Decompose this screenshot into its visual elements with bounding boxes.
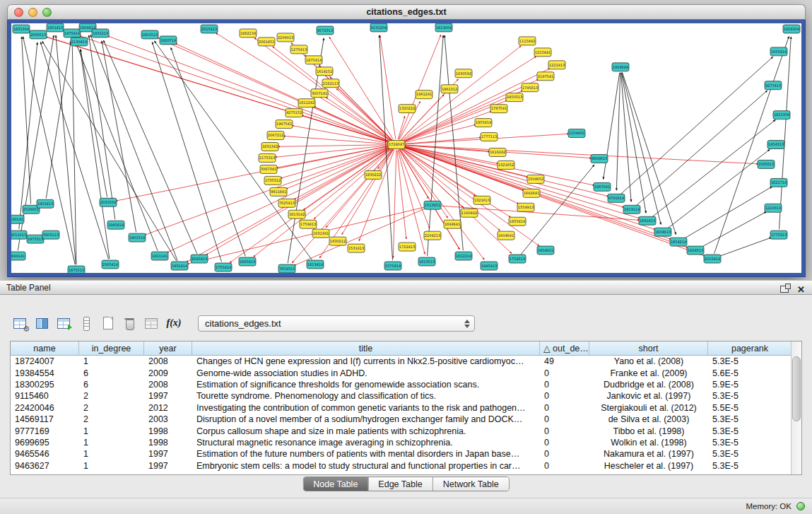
graph-node[interactable]: 9277413 — [765, 81, 782, 90]
graph-node[interactable]: 1913114 — [623, 205, 640, 214]
graph-node[interactable]: 1801513 — [141, 30, 158, 39]
window-titlebar[interactable]: citations_edges.txt — [7, 4, 806, 20]
graph-node[interactable]: 1830212 — [329, 237, 346, 245]
graph-node[interactable]: 2015413 — [201, 25, 218, 33]
graph-node[interactable]: 1895413 — [239, 257, 256, 266]
graph-node[interactable]: 1613513 — [418, 257, 435, 266]
graph-node[interactable]: 1813142 — [288, 210, 305, 218]
graph-node[interactable]: 1967541 — [276, 120, 293, 129]
graph-node[interactable]: 1920714 — [160, 36, 177, 45]
graph-node[interactable]: 1777113 — [481, 133, 498, 141]
graph-node[interactable]: 1210013 — [765, 204, 782, 212]
graph-node[interactable]: 1321652 — [498, 160, 514, 169]
row-height-icon[interactable] — [76, 314, 95, 332]
graph-node[interactable]: 1754513 — [509, 255, 526, 263]
graph-node[interactable]: 1504652 — [527, 175, 544, 183]
graph-node[interactable]: 1831304 — [13, 25, 30, 33]
graph-node[interactable]: 1759413 — [300, 220, 317, 228]
show-columns-icon[interactable] — [32, 314, 52, 332]
graph-node[interactable]: 1221913 — [548, 61, 565, 69]
graph-node[interactable]: 1830222 — [365, 170, 382, 179]
column-header-0[interactable]: name — [11, 341, 79, 355]
graph-node[interactable]: 1614152 — [316, 67, 333, 76]
graph-node[interactable]: 1631341 — [312, 229, 329, 238]
column-header-3[interactable]: title — [192, 341, 540, 355]
graph-node[interactable]: 4275152 — [286, 109, 302, 117]
graph-node[interactable]: 1735312 — [264, 176, 281, 185]
graph-node[interactable]: 6791814 — [608, 194, 625, 202]
graph-node[interactable]: 1813004 — [435, 23, 452, 32]
graph-node[interactable]: 1855414 — [509, 217, 526, 226]
graph-node[interactable]: 2061451 — [258, 37, 275, 46]
table-row[interactable]: 1938455462009Genome-wide association stu… — [11, 367, 801, 378]
graph-node[interactable]: 2206013 — [277, 33, 294, 42]
graph-node[interactable]: 1811242 — [298, 99, 315, 107]
column-header-1[interactable]: in_degree — [79, 341, 144, 355]
graph-node[interactable]: 1854214 — [670, 238, 687, 246]
graph-node[interactable]: 1787541 — [490, 105, 507, 113]
table-row[interactable]: 1456911722003Disruption of a novel membe… — [11, 414, 801, 425]
graph-node[interactable]: 1694641 — [444, 220, 461, 228]
graph-node[interactable]: 1945413 — [481, 262, 498, 270]
table-row[interactable]: 1830029562008Estimation of significance … — [11, 379, 801, 390]
import-table-icon[interactable] — [141, 314, 161, 332]
graph-node[interactable]: 7625413 — [278, 199, 295, 207]
graph-node[interactable]: 1115442 — [519, 37, 536, 45]
graph-node[interactable]: 1975414 — [64, 29, 81, 37]
window-minimize-button[interactable] — [28, 8, 37, 17]
graph-node[interactable]: 2045413 — [191, 255, 208, 263]
table-options-icon[interactable] — [10, 314, 30, 332]
graph-node[interactable]: 2175313 — [259, 153, 276, 162]
graph-node[interactable]: 1755414 — [215, 263, 232, 271]
graph-node[interactable]: 2065414 — [102, 260, 119, 269]
table-row[interactable]: 1872400712008Changes of HCN gene express… — [11, 356, 801, 367]
graph-node[interactable]: 1813414 — [307, 260, 324, 269]
graph-node[interactable]: 1891413 — [639, 216, 656, 225]
graph-node[interactable]: 1454313 — [767, 141, 784, 149]
graph-node[interactable]: 2006513 — [30, 30, 47, 39]
tab-node-table[interactable]: Node Table — [303, 477, 368, 491]
graph-node[interactable]: 1875513 — [68, 266, 85, 273]
table-row[interactable]: 911546021997Tourette syndrome. Phenomeno… — [11, 390, 801, 402]
graph-node[interactable]: 7654313 — [278, 264, 295, 273]
graph-node[interactable]: 2130414 — [71, 37, 88, 46]
delete-table-icon[interactable] — [119, 314, 139, 332]
graph-node[interactable]: 1931414 — [171, 262, 188, 270]
graph-node[interactable]: 1821141 — [151, 252, 168, 260]
network-canvas[interactable]: 1724047188213420614512206013127541318754… — [11, 23, 801, 273]
graph-node[interactable]: 1320222 — [399, 105, 416, 113]
table-selector-dropdown[interactable]: citations_edges.txt — [198, 315, 475, 332]
graph-node[interactable]: 8572313 — [317, 26, 334, 35]
graph-node[interactable]: 2011013 — [11, 230, 27, 239]
graph-node[interactable]: 1621714 — [770, 178, 787, 187]
graph-node[interactable]: 1604613 — [654, 228, 671, 236]
graph-node[interactable]: 1575414 — [384, 262, 401, 270]
table-row[interactable]: 946554611997Estimation of the future num… — [11, 448, 801, 460]
tab-network-table[interactable]: Network Table — [433, 477, 509, 491]
graph-node[interactable]: 1916304 — [783, 25, 800, 33]
graph-node[interactable]: 1215441 — [534, 48, 551, 57]
graph-node[interactable]: 1513451 — [424, 201, 441, 209]
graph-node[interactable]: 1775313 — [770, 230, 787, 239]
graph-node[interactable]: 1849141 — [11, 252, 25, 260]
graph-node[interactable]: 2015414 — [704, 255, 721, 263]
window-close-button[interactable] — [14, 8, 23, 17]
graph-node[interactable]: 2067212 — [267, 132, 284, 140]
graph-node[interactable]: 1812214 — [455, 252, 472, 260]
network-graph[interactable]: 1724047188213420614512206013127541318754… — [11, 23, 801, 273]
scrollbar-thumb[interactable] — [792, 356, 801, 421]
graph-node[interactable]: 5905113 — [42, 230, 59, 239]
column-header-2[interactable]: year — [144, 341, 192, 355]
graph-node[interactable]: 1961312 — [441, 85, 458, 93]
graph-node[interactable]: 1321613 — [473, 196, 490, 204]
graph-node[interactable]: 9911841 — [270, 187, 287, 196]
table-row[interactable]: 977716911998Corpus callosum shape and si… — [11, 425, 801, 436]
table-row[interactable]: 969969511998Structural magnetic resonanc… — [11, 437, 801, 448]
graph-node[interactable]: 3067341 — [260, 165, 277, 173]
graph-hub-node[interactable]: 1724047 — [388, 141, 405, 149]
graph-node[interactable]: 1924513 — [687, 246, 704, 255]
graph-node[interactable]: 1745813 — [522, 83, 539, 92]
graph-node[interactable]: 1851413 — [47, 23, 64, 32]
graph-node[interactable]: 1691641 — [523, 189, 540, 197]
column-header-5[interactable]: short — [589, 341, 708, 355]
